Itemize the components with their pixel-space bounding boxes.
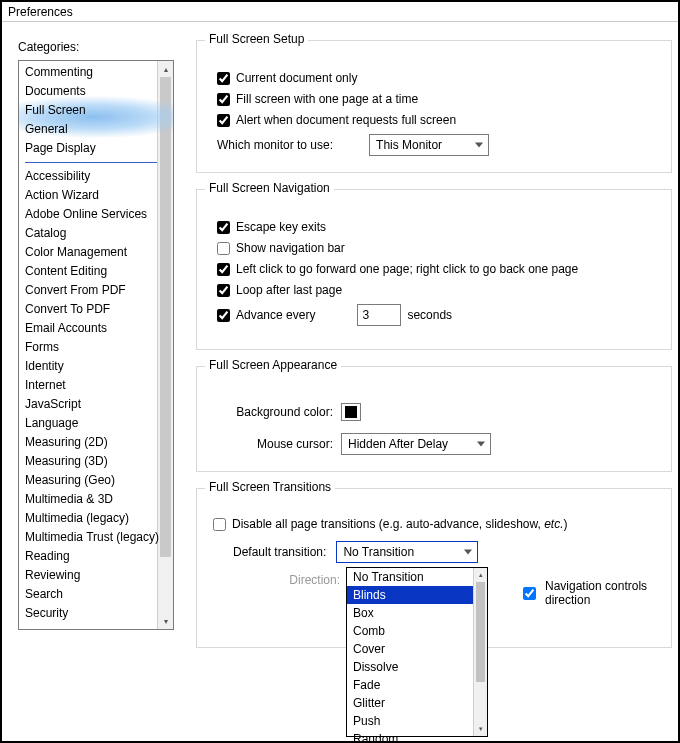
transition-option[interactable]: No Transition (347, 568, 487, 586)
monitor-select-wrap[interactable]: This Monitor (369, 134, 489, 156)
opt-click[interactable]: Left click to go forward one page; right… (217, 262, 659, 276)
opt-fill-screen-checkbox[interactable] (217, 93, 230, 106)
opt-navbar-label: Show navigation bar (236, 241, 345, 255)
category-item[interactable]: Catalog (19, 224, 173, 243)
default-transition-select-wrap[interactable]: No Transition (336, 541, 478, 563)
transition-option[interactable]: Dissolve (347, 658, 487, 676)
bg-color-button[interactable] (341, 403, 361, 421)
group-transitions: Full Screen Transitions Disable all page… (196, 488, 672, 648)
opt-navbar[interactable]: Show navigation bar (217, 241, 659, 255)
opt-escape[interactable]: Escape key exits (217, 220, 659, 234)
category-item[interactable]: Language (19, 414, 173, 433)
opt-loop-label: Loop after last page (236, 283, 342, 297)
transition-option[interactable]: Fade (347, 676, 487, 694)
category-item[interactable]: Measuring (Geo) (19, 471, 173, 490)
category-item[interactable]: Adobe Online Services (19, 205, 173, 224)
category-item[interactable]: Convert To PDF (19, 300, 173, 319)
category-item[interactable]: Measuring (2D) (19, 433, 173, 452)
nav-controls-direction-checkbox[interactable] (523, 587, 536, 600)
opt-loop-checkbox[interactable] (217, 284, 230, 297)
category-item[interactable]: Email Accounts (19, 319, 173, 338)
transition-option[interactable]: Push (347, 712, 487, 730)
category-item[interactable]: Action Wizard (19, 186, 173, 205)
category-item[interactable]: Documents (19, 82, 173, 101)
category-item[interactable]: Reading (19, 547, 173, 566)
direction-label: Direction: (233, 573, 340, 587)
dropdown-scroll-down-icon[interactable]: ▾ (474, 722, 488, 736)
opt-loop[interactable]: Loop after last page (217, 283, 659, 297)
category-item[interactable]: Forms (19, 338, 173, 357)
dropdown-scroll-thumb[interactable] (476, 582, 485, 682)
category-item[interactable]: Search (19, 585, 173, 604)
opt-alert-label: Alert when document requests full screen (236, 113, 456, 127)
dropdown-scroll-up-icon[interactable]: ▴ (474, 568, 488, 582)
opt-disable-transitions[interactable]: Disable all page transitions (e.g. auto-… (213, 517, 659, 531)
opt-click-checkbox[interactable] (217, 263, 230, 276)
bg-swatch-inner (345, 406, 357, 418)
categories-separator (25, 162, 167, 163)
opt-current-doc[interactable]: Current document only (217, 71, 659, 85)
monitor-label: Which monitor to use: (217, 138, 333, 152)
transition-option[interactable]: Blinds (347, 586, 487, 604)
transition-option[interactable]: Cover (347, 640, 487, 658)
group-transitions-legend: Full Screen Transitions (205, 480, 335, 494)
bg-row: Background color: (217, 403, 659, 421)
category-item[interactable]: General (19, 120, 173, 139)
opt-current-doc-checkbox[interactable] (217, 72, 230, 85)
cursor-label: Mouse cursor: (217, 437, 333, 451)
opt-alert[interactable]: Alert when document requests full screen (217, 113, 659, 127)
opt-advance-checkbox[interactable] (217, 309, 230, 322)
monitor-select[interactable]: This Monitor (369, 134, 489, 156)
advance-input-wrap (357, 304, 401, 326)
opt-fill-screen[interactable]: Fill screen with one page at a time (217, 92, 659, 106)
transition-option[interactable]: Box (347, 604, 487, 622)
category-item[interactable]: Security (19, 604, 173, 623)
categories-listbox[interactable]: CommentingDocumentsFull ScreenGeneralPag… (18, 60, 174, 630)
opt-escape-checkbox[interactable] (217, 221, 230, 234)
transition-option[interactable]: Glitter (347, 694, 487, 712)
opt-escape-label: Escape key exits (236, 220, 326, 234)
opt-navbar-checkbox[interactable] (217, 242, 230, 255)
group-setup: Full Screen Setup Current document only … (196, 40, 672, 173)
category-item[interactable]: Multimedia (legacy) (19, 509, 173, 528)
category-item[interactable]: Accessibility (19, 167, 173, 186)
categories-label: Categories: (18, 40, 182, 54)
group-appearance-legend: Full Screen Appearance (205, 358, 341, 372)
nav-controls-direction[interactable]: Navigation controls direction (519, 579, 671, 607)
cursor-select-wrap[interactable]: Hidden After Delay (341, 433, 491, 455)
category-item[interactable]: Convert From PDF (19, 281, 173, 300)
category-item[interactable]: Identity (19, 357, 173, 376)
opt-fill-screen-label: Fill screen with one page at a time (236, 92, 418, 106)
opt-alert-checkbox[interactable] (217, 114, 230, 127)
default-transition-select[interactable]: No Transition (336, 541, 478, 563)
category-item[interactable]: Multimedia & 3D (19, 490, 173, 509)
opt-disable-transitions-checkbox[interactable] (213, 518, 226, 531)
category-item[interactable]: Color Management (19, 243, 173, 262)
opt-click-label: Left click to go forward one page; right… (236, 262, 578, 276)
advance-seconds-input[interactable] (357, 304, 401, 326)
category-item[interactable]: JavaScript (19, 395, 173, 414)
category-item[interactable]: Measuring (3D) (19, 452, 173, 471)
categories-list-inner: CommentingDocumentsFull ScreenGeneralPag… (19, 61, 173, 623)
cursor-select[interactable]: Hidden After Delay (341, 433, 491, 455)
transition-dropdown-list[interactable]: ▴ ▾ No TransitionBlindsBoxCombCoverDisso… (346, 567, 488, 737)
content-area: Categories: CommentingDocumentsFull Scre… (2, 22, 678, 739)
transition-option[interactable]: Random (347, 730, 487, 743)
opt-advance-label: Advance every (236, 308, 315, 322)
default-transition-label: Default transition: (233, 545, 326, 559)
opt-disable-transitions-label: Disable all page transitions (e.g. auto-… (232, 517, 568, 531)
transition-option[interactable]: Comb (347, 622, 487, 640)
category-item[interactable]: Reviewing (19, 566, 173, 585)
category-item[interactable]: Internet (19, 376, 173, 395)
category-item[interactable]: Content Editing (19, 262, 173, 281)
group-navigation: Full Screen Navigation Escape key exits … (196, 189, 672, 350)
category-item[interactable]: Full Screen (19, 101, 173, 120)
category-item[interactable]: Multimedia Trust (legacy) (19, 528, 173, 547)
category-item[interactable]: Page Display (19, 139, 173, 158)
categories-pane: Categories: CommentingDocumentsFull Scre… (2, 22, 182, 739)
category-item[interactable]: Commenting (19, 63, 173, 82)
default-transition-row: Default transition: No Transition (233, 541, 659, 563)
bg-label: Background color: (217, 405, 333, 419)
dropdown-scrollbar[interactable]: ▴ ▾ (473, 568, 487, 736)
group-setup-legend: Full Screen Setup (205, 32, 308, 46)
